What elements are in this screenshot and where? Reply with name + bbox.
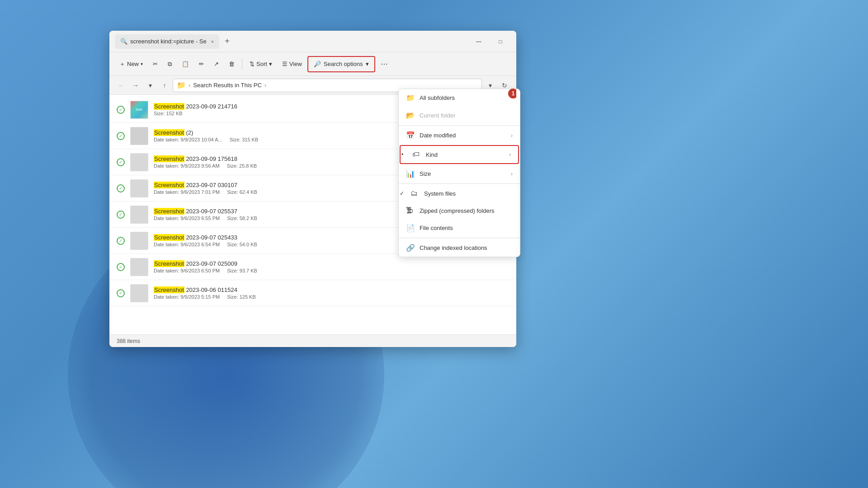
title-bar: 🔍 screenshot kind:=picture - Se × + — □ xyxy=(109,31,516,52)
paste-button[interactable]: 📋 xyxy=(177,56,193,72)
new-label: New xyxy=(127,61,139,67)
up-button[interactable]: ↑ xyxy=(158,79,171,92)
file-check-4 xyxy=(117,184,125,192)
dropdown-all-subfolders[interactable]: 📁 All subfolders xyxy=(399,89,520,107)
highlight-4: Screenshot xyxy=(154,182,184,188)
file-check-3 xyxy=(117,158,125,166)
view-icon: ☰ xyxy=(282,61,288,67)
all-subfolders-icon: 📁 xyxy=(406,94,415,102)
search-options-button[interactable]: 🔎 Search options ▾ xyxy=(307,56,375,72)
current-folder-icon: 📂 xyxy=(406,111,415,120)
highlight-8: Screenshot xyxy=(154,286,184,293)
sort-chevron: ▾ xyxy=(269,61,272,67)
change-indexed-icon: 🔗 xyxy=(406,244,415,252)
size-label: Size xyxy=(420,170,431,177)
recent-button[interactable]: ▾ xyxy=(144,79,156,92)
kind-bullet: • xyxy=(401,151,403,158)
tab-close-button[interactable]: × xyxy=(211,39,214,44)
kind-label: Kind xyxy=(426,151,438,158)
file-meta-8: Date taken: 9/5/2023 5:15 PM Size: 125 K… xyxy=(154,294,509,300)
dropdown-file-contents[interactable]: 📄 File contents xyxy=(399,219,520,237)
tab-title: screenshot kind:=picture - Se xyxy=(130,38,207,45)
zipped-label: Zipped (compressed) folders xyxy=(420,207,494,214)
file-thumb-8 xyxy=(130,284,148,302)
dropdown-current-folder: 📂 Current folder xyxy=(399,107,520,124)
current-folder-label: Current folder xyxy=(420,112,455,119)
delete-button[interactable]: 🗑 xyxy=(224,56,239,72)
dropdown-date-modified[interactable]: 📅 Date modified › xyxy=(399,127,520,144)
all-subfolders-label: All subfolders xyxy=(420,94,455,101)
size-icon: 📊 xyxy=(406,169,415,178)
more-options-button[interactable]: ⋯ xyxy=(376,56,392,72)
forward-button[interactable]: → xyxy=(129,79,142,92)
file-contents-icon: 📄 xyxy=(406,224,415,232)
status-bar: 388 items xyxy=(109,334,516,347)
active-tab[interactable]: 🔍 screenshot kind:=picture - Se × xyxy=(115,34,219,49)
date-modified-arrow: › xyxy=(511,132,513,139)
copy-icon: ⧉ xyxy=(168,61,172,68)
dropdown-system-files[interactable]: ✓ 🗂 System files xyxy=(399,185,520,202)
new-chevron: ▾ xyxy=(141,61,143,66)
highlight-2: Screenshot xyxy=(154,129,184,136)
rename-button[interactable]: ✏ xyxy=(194,56,208,72)
maximize-button[interactable]: □ xyxy=(490,34,511,49)
search-options-chevron: ▾ xyxy=(366,61,369,67)
size-arrow: › xyxy=(511,171,513,177)
zipped-icon: 🗜 xyxy=(406,206,415,215)
file-thumb-6 xyxy=(130,232,148,250)
share-button[interactable]: ↗ xyxy=(209,56,223,72)
back-button[interactable]: ← xyxy=(115,79,127,92)
new-tab-button[interactable]: + xyxy=(221,35,233,48)
toolbar: ＋ New ▾ ✂ ⧉ 📋 ✏ ↗ 🗑 ⇅ Sort ▾ ☰ xyxy=(109,52,516,76)
new-button[interactable]: ＋ New ▾ xyxy=(115,56,147,72)
folder-icon: 📁 xyxy=(177,81,186,89)
copy-button[interactable]: ⧉ xyxy=(163,56,176,72)
file-thumb-2 xyxy=(130,127,148,145)
address-sep: › xyxy=(189,82,190,89)
delete-icon: 🗑 xyxy=(229,61,235,67)
sort-button[interactable]: ⇅ Sort ▾ xyxy=(245,56,277,72)
search-tab-icon: 🔍 xyxy=(120,38,127,45)
file-thumb-5 xyxy=(130,206,148,224)
file-contents-label: File contents xyxy=(420,225,453,231)
file-info-8: Screenshot 2023-09-06 011524 Date taken:… xyxy=(154,286,509,300)
search-options-icon: 🔎 xyxy=(314,61,321,67)
item-count: 388 items xyxy=(117,338,140,344)
cut-icon: ✂ xyxy=(153,61,158,67)
dropdown-sep-2 xyxy=(399,183,520,184)
toolbar-separator xyxy=(242,59,242,70)
file-thumb-4 xyxy=(130,179,148,197)
file-thumb-7 xyxy=(130,258,148,276)
tab-area: 🔍 screenshot kind:=picture - Se × + xyxy=(115,34,468,49)
window-controls: — □ xyxy=(468,34,511,49)
file-item-7[interactable]: Screenshot 2023-09-07 025009 Date taken:… xyxy=(109,254,516,280)
system-check: ✓ xyxy=(400,190,404,197)
file-check-8 xyxy=(117,289,125,297)
file-item-8[interactable]: Screenshot 2023-09-06 011524 Date taken:… xyxy=(109,280,516,306)
share-icon: ↗ xyxy=(214,61,219,67)
search-options-label: Search options xyxy=(324,61,363,67)
cut-button[interactable]: ✂ xyxy=(148,56,162,72)
paste-icon: 📋 xyxy=(182,61,189,67)
search-options-dropdown: 2 📁 All subfolders 📂 Current folder 📅 Da… xyxy=(398,89,520,257)
file-check-2 xyxy=(117,132,125,140)
minimize-button[interactable]: — xyxy=(468,34,489,49)
dropdown-change-indexed[interactable]: 🔗 Change indexed locations xyxy=(399,239,520,257)
dropdown-size[interactable]: 📊 Size › xyxy=(399,165,520,183)
file-thumb-1: IMG xyxy=(130,101,148,119)
file-check-5 xyxy=(117,211,125,219)
system-files-label: System files xyxy=(424,190,456,197)
file-thumb-3 xyxy=(130,153,148,171)
new-icon: ＋ xyxy=(119,60,125,68)
step-badge-1: 1 xyxy=(508,89,516,99)
kind-arrow: › xyxy=(509,151,511,158)
view-button[interactable]: ☰ View xyxy=(278,56,307,72)
dropdown-kind[interactable]: • 🏷 Kind › 3 Calendar Communication Cont… xyxy=(400,145,519,164)
highlight-5: Screenshot xyxy=(154,208,184,215)
file-meta-7: Date taken: 9/6/2023 6:50 PM Size: 93.7 … xyxy=(154,268,509,273)
date-modified-label: Date modified xyxy=(420,132,456,139)
dropdown-zipped[interactable]: 🗜 Zipped (compressed) folders xyxy=(399,202,520,219)
highlight-7: Screenshot xyxy=(154,260,184,267)
highlight-1: Screenshot xyxy=(154,103,184,110)
file-check-6 xyxy=(117,237,125,245)
